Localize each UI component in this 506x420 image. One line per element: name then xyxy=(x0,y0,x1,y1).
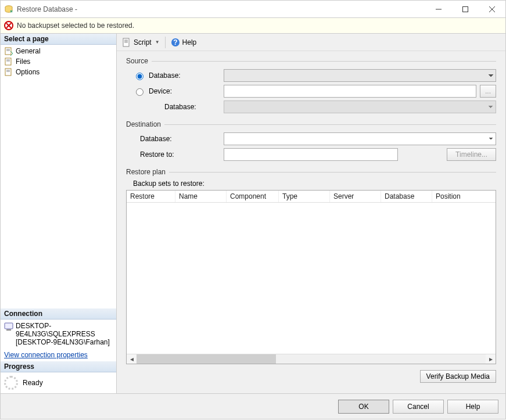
source-group: Source Database: Device: xyxy=(126,57,496,116)
backup-sets-table[interactable]: Restore Name Component Type Server Datab… xyxy=(126,190,496,364)
svg-rect-11 xyxy=(5,58,11,65)
horizontal-scrollbar[interactable]: ◂ ▸ xyxy=(127,354,496,364)
scroll-left-arrow[interactable]: ◂ xyxy=(127,354,137,364)
col-server[interactable]: Server xyxy=(330,191,381,202)
help-label: Help xyxy=(182,38,197,46)
maximize-button[interactable] xyxy=(452,1,479,17)
col-name[interactable]: Name xyxy=(175,191,227,202)
destination-database-combo[interactable] xyxy=(224,132,496,145)
scroll-thumb[interactable] xyxy=(137,354,276,364)
source-database-radio-text: Database: xyxy=(149,71,181,80)
close-button[interactable] xyxy=(479,1,505,17)
toolbar-separator xyxy=(165,37,166,48)
page-general[interactable]: General xyxy=(1,46,116,56)
svg-rect-18 xyxy=(6,329,11,331)
chevron-down-icon: ▼ xyxy=(155,40,160,45)
title-bar: Restore Database - xyxy=(0,0,506,17)
table-body xyxy=(127,203,496,354)
help-toolbar-button[interactable]: ? Help xyxy=(168,36,200,49)
scroll-right-arrow[interactable]: ▸ xyxy=(486,354,496,364)
cancel-button[interactable]: Cancel xyxy=(393,400,444,414)
svg-rect-14 xyxy=(5,69,11,76)
connection-user: [DESKTOP-9E4LN3G\Farhan] xyxy=(16,338,113,346)
page-label: Options xyxy=(16,68,40,76)
restore-to-label: Restore to: xyxy=(133,150,224,159)
source-database-combo[interactable] xyxy=(224,69,496,82)
warning-text: No backupset selected to be restored. xyxy=(17,21,134,30)
restore-plan-title: Restore plan xyxy=(126,168,169,176)
page-icon xyxy=(4,46,13,56)
source-title: Source xyxy=(126,57,152,65)
script-button[interactable]: Script ▼ xyxy=(119,36,163,49)
destination-title: Destination xyxy=(126,120,164,128)
left-panel: Select a page General Files Options Conn… xyxy=(1,34,117,393)
timeline-button: Timeline... xyxy=(447,148,496,161)
help-icon: ? xyxy=(171,38,180,47)
page-options[interactable]: Options xyxy=(1,67,116,77)
source-database-radio[interactable] xyxy=(136,73,143,80)
window-title: Restore Database - xyxy=(17,5,425,13)
col-position[interactable]: Position xyxy=(432,191,496,202)
verify-backup-media-button[interactable]: Verify Backup Media xyxy=(420,370,496,383)
right-panel: Script ▼ ? Help Source Database: xyxy=(117,34,505,393)
svg-text:?: ? xyxy=(173,38,177,46)
progress-status: Ready xyxy=(23,379,43,387)
server-icon xyxy=(4,322,13,331)
restore-plan-subtitle: Backup sets to restore: xyxy=(126,180,496,188)
script-label: Script xyxy=(134,38,152,46)
source-device-database-label: Database: xyxy=(133,103,224,111)
connection-server: DESKTOP-9E4LN3G\SQLEXPRESS xyxy=(16,322,113,338)
warning-bar: No backupset selected to be restored. xyxy=(0,17,506,34)
toolbar: Script ▼ ? Help xyxy=(117,34,505,51)
browse-device-button[interactable]: ... xyxy=(480,85,496,98)
app-icon xyxy=(4,5,13,14)
source-device-radio-label[interactable]: Device: xyxy=(133,87,224,96)
connection-header: Connection xyxy=(1,308,116,320)
error-icon xyxy=(4,21,13,30)
select-page-header: Select a page xyxy=(1,34,116,45)
source-device-database-combo xyxy=(224,100,496,113)
svg-rect-2 xyxy=(463,6,468,12)
restore-to-input xyxy=(224,148,398,161)
svg-rect-8 xyxy=(5,48,11,55)
source-device-radio-text: Device: xyxy=(149,87,172,95)
help-button[interactable]: Help xyxy=(447,400,498,414)
progress-spinner-icon xyxy=(4,376,18,390)
col-database[interactable]: Database xyxy=(381,191,432,202)
page-icon xyxy=(4,57,13,66)
ok-button[interactable]: OK xyxy=(338,400,389,414)
script-icon xyxy=(122,38,131,47)
source-database-radio-label[interactable]: Database: xyxy=(133,71,224,80)
page-label: General xyxy=(16,47,41,55)
progress-header: Progress xyxy=(1,361,116,372)
source-device-input[interactable] xyxy=(224,85,476,98)
view-connection-properties-link[interactable]: View connection properties xyxy=(4,351,88,359)
connection-info: DESKTOP-9E4LN3G\SQLEXPRESS [DESKTOP-9E4L… xyxy=(1,320,116,349)
page-label: Files xyxy=(16,58,30,66)
minimize-button[interactable] xyxy=(425,1,452,17)
source-device-radio[interactable] xyxy=(136,88,143,96)
page-files[interactable]: Files xyxy=(1,56,116,67)
col-component[interactable]: Component xyxy=(227,191,279,202)
page-icon xyxy=(4,67,13,77)
svg-rect-17 xyxy=(5,323,13,329)
destination-database-label: Database: xyxy=(133,135,224,143)
col-restore[interactable]: Restore xyxy=(127,191,175,202)
restore-plan-group: Restore plan Backup sets to restore: Res… xyxy=(126,168,496,383)
destination-group: Destination Database: Restore to: Timeli… xyxy=(126,120,496,163)
dialog-footer: OK Cancel Help xyxy=(1,393,505,419)
col-type[interactable]: Type xyxy=(279,191,330,202)
